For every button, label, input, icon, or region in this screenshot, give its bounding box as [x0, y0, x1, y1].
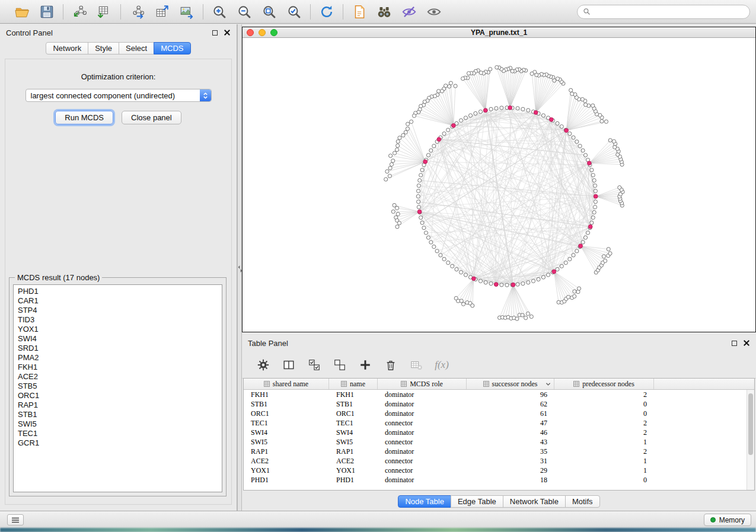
window-zoom-icon[interactable]	[270, 29, 277, 36]
table-row[interactable]: YOX1YOX1connector291	[244, 466, 747, 475]
result-list-item[interactable]: SWI4	[14, 334, 222, 344]
table-row[interactable]: ACE2ACE2connector311	[244, 456, 747, 466]
result-list-item[interactable]: PMA2	[14, 353, 222, 363]
close-panel-icon[interactable]	[224, 29, 231, 36]
panel-splitter[interactable]	[237, 24, 242, 511]
window-close-icon[interactable]	[247, 29, 254, 36]
result-list-item[interactable]: SRD1	[14, 344, 222, 353]
table-row[interactable]: SWI5SWI5connector431	[244, 437, 747, 447]
float-table-panel-icon[interactable]	[732, 341, 737, 346]
result-list-item[interactable]: STB5	[14, 382, 222, 391]
table-tab-node-table[interactable]: Node Table	[398, 495, 451, 508]
import-network-icon	[72, 4, 87, 20]
table-row[interactable]: SWI4SWI4dominator462	[244, 428, 747, 437]
zoom-fit-button[interactable]	[259, 2, 279, 21]
mcds-result-group: MCDS result (17 nodes) PHD1CAR1STP4TID3Y…	[9, 277, 227, 496]
result-list-item[interactable]: CAR1	[14, 296, 222, 306]
table-tab-motifs[interactable]: Motifs	[565, 495, 600, 508]
export-network-button[interactable]	[127, 2, 147, 21]
column-header-name[interactable]: name	[329, 379, 378, 389]
show-columns-icon	[282, 358, 295, 371]
table-row[interactable]: FKH1FKH1dominator962	[244, 390, 747, 399]
memory-button[interactable]: Memory	[704, 514, 751, 526]
tab-select[interactable]: Select	[119, 42, 154, 55]
zoom-in-button[interactable]	[209, 2, 229, 21]
close-mcds-panel-button[interactable]: Close panel	[122, 111, 181, 124]
table-row[interactable]: RAP1RAP1dominator352	[244, 447, 747, 456]
table-cell: ACE2	[244, 456, 329, 466]
result-list-item[interactable]: FKH1	[14, 363, 222, 372]
export-image-button[interactable]	[177, 2, 197, 21]
open-file-button[interactable]	[12, 2, 32, 21]
search-box[interactable]	[577, 5, 750, 19]
table-toolbar: f(x)	[242, 351, 756, 379]
table-tab-network-table[interactable]: Network Table	[503, 495, 566, 508]
tab-network[interactable]: Network	[46, 42, 88, 55]
table-panel: Table Panel f(x) shared namenameMCDS rol…	[242, 335, 756, 511]
zoom-selected-button[interactable]	[284, 2, 304, 21]
criterion-dropdown[interactable]: largest connected component (undirected)	[25, 89, 212, 102]
result-list-item[interactable]: YOX1	[14, 325, 222, 334]
window-minimize-icon[interactable]	[259, 29, 266, 36]
deselect-all-rows-button[interactable]	[331, 357, 348, 373]
result-list-item[interactable]: ACE2	[14, 372, 222, 382]
control-panel-title: Control Panel	[6, 28, 53, 37]
node-table: shared namenameMCDS rolesuccessor nodesp…	[243, 378, 755, 491]
result-list-item[interactable]: RAP1	[14, 400, 222, 410]
table-cell: 0	[554, 475, 654, 485]
first-neighbors-button[interactable]	[374, 2, 394, 21]
float-panel-icon[interactable]	[212, 30, 218, 36]
hide-selected-button[interactable]	[399, 2, 419, 21]
result-list-item[interactable]: GCR1	[14, 438, 222, 448]
mcds-result-list[interactable]: PHD1CAR1STP4TID3YOX1SWI4SRD1PMA2FKH1ACE2…	[13, 284, 222, 492]
show-all-button[interactable]	[424, 2, 444, 21]
status-menu-button[interactable]	[7, 514, 24, 525]
table-row[interactable]: ORC1ORC1dominator610	[244, 409, 747, 418]
select-all-rows-button[interactable]	[306, 357, 323, 373]
network-canvas[interactable]	[243, 38, 755, 332]
result-list-item[interactable]: STB1	[14, 410, 222, 419]
settings-button[interactable]	[255, 357, 272, 373]
network-window-titlebar[interactable]: YPA_prune.txt_1	[243, 27, 755, 38]
refresh-view-button[interactable]	[317, 2, 337, 21]
deselect-all-rows-icon	[333, 358, 346, 371]
function-builder-button: f(x)	[433, 357, 450, 373]
column-header-predecessor-nodes[interactable]: predecessor nodes	[554, 379, 654, 389]
sort-arrow-icon[interactable]	[546, 382, 551, 386]
export-table-button[interactable]	[152, 2, 172, 21]
search-input[interactable]	[594, 8, 744, 16]
table-cell: TEC1	[329, 418, 378, 428]
table-cell: 29	[467, 466, 554, 475]
column-header-successor-nodes[interactable]: successor nodes	[467, 379, 554, 389]
table-tab-edge-table[interactable]: Edge Table	[451, 495, 503, 508]
result-list-item[interactable]: STP4	[14, 306, 222, 315]
close-table-panel-icon[interactable]	[743, 339, 750, 347]
delete-rows-button[interactable]	[382, 357, 399, 373]
tab-mcds[interactable]: MCDS	[154, 42, 190, 55]
table-cell: 0	[554, 409, 654, 418]
result-list-item[interactable]: TID3	[14, 315, 222, 325]
add-row-button[interactable]	[357, 357, 374, 373]
show-columns-button[interactable]	[280, 357, 297, 373]
memory-status-icon	[710, 517, 716, 523]
column-header-shared-name[interactable]: shared name	[244, 379, 329, 389]
table-row[interactable]: PHD1PHD1dominator180	[244, 475, 747, 485]
import-table-button[interactable]	[94, 2, 114, 21]
result-list-item[interactable]: ORC1	[14, 391, 222, 400]
result-list-item[interactable]: TEC1	[14, 429, 222, 438]
main-toolbar	[0, 0, 756, 24]
import-network-button[interactable]	[69, 2, 90, 21]
table-row[interactable]: TEC1TEC1connector472	[244, 418, 747, 428]
zoom-out-button[interactable]	[234, 2, 254, 21]
result-list-item[interactable]: PHD1	[14, 287, 222, 296]
result-list-item[interactable]: SWI5	[14, 419, 222, 429]
scrollbar-thumb[interactable]	[748, 393, 753, 455]
table-row[interactable]: STB1STB1dominator620	[244, 399, 747, 409]
export-document-button[interactable]	[349, 2, 369, 21]
zoom-selected-icon	[286, 4, 302, 20]
column-header-mcds-role[interactable]: MCDS role	[378, 379, 467, 389]
run-mcds-button[interactable]: Run MCDS	[55, 111, 113, 124]
save-session-button[interactable]	[37, 2, 57, 21]
table-vertical-scrollbar[interactable]	[747, 390, 754, 490]
tab-style[interactable]: Style	[88, 42, 119, 55]
